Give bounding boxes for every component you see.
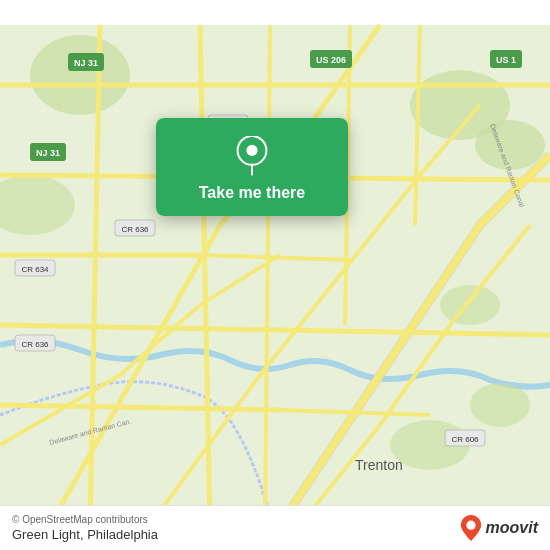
moovit-logo: moovit [460,515,538,541]
svg-text:US 1: US 1 [496,55,516,65]
svg-text:CR 634: CR 634 [21,265,49,274]
popup-header: Take me there [156,118,348,216]
location-pin-icon [232,136,272,176]
svg-point-3 [440,285,500,325]
map-background: NJ 31 NJ 31 US 206 US 1 CR 636 CR 636 CR… [0,0,550,550]
svg-point-42 [246,145,257,156]
moovit-pin-icon [460,515,482,541]
svg-text:NJ 31: NJ 31 [74,58,98,68]
svg-text:CR 606: CR 606 [451,435,479,444]
svg-text:Trenton: Trenton [355,457,403,473]
popup-card: Take me there [156,118,348,216]
moovit-wordmark: moovit [486,519,538,537]
svg-point-43 [466,521,475,530]
svg-text:CR 636: CR 636 [21,340,49,349]
svg-text:US 206: US 206 [316,55,346,65]
svg-point-5 [30,35,130,115]
take-me-there-button[interactable]: Take me there [199,184,305,202]
bottom-bar: © OpenStreetMap contributors Green Light… [0,505,550,550]
location-text: Green Light, Philadelphia [12,527,158,542]
attribution-text: © OpenStreetMap contributors [12,514,158,525]
svg-point-7 [470,383,530,427]
map-container: NJ 31 NJ 31 US 206 US 1 CR 636 CR 636 CR… [0,0,550,550]
svg-text:NJ 31: NJ 31 [36,148,60,158]
svg-text:CR 636: CR 636 [121,225,149,234]
bottom-left: © OpenStreetMap contributors Green Light… [12,514,158,542]
